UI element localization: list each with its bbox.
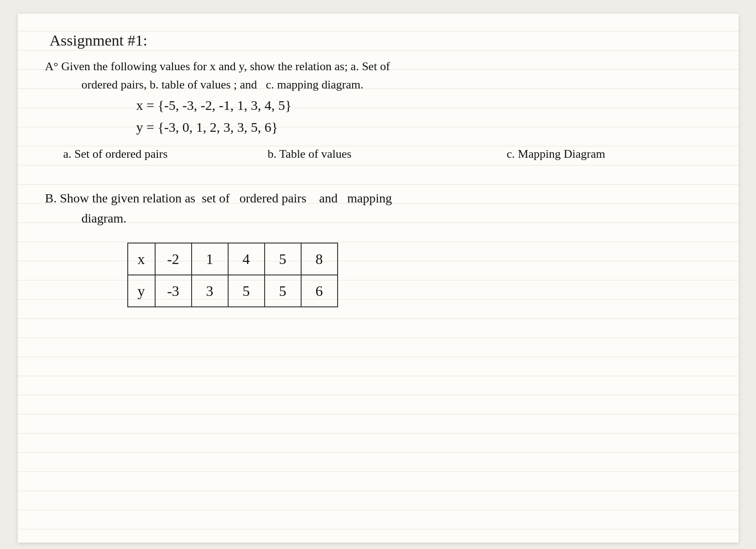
table-row-x: x -2 1 4 5 8 xyxy=(128,243,338,275)
x-values: x = {-5, -3, -2, -1, 1, 3, 4, 5} xyxy=(136,94,711,116)
y-values: y = {-3, 0, 1, 2, 3, 3, 5, 6} xyxy=(136,116,711,138)
sub-label-b: b. Table of values xyxy=(219,147,401,161)
table-cell-x-5: 8 xyxy=(301,243,338,275)
table-cell-x-3: 4 xyxy=(228,243,265,275)
table-cell-x-1: -2 xyxy=(155,243,192,275)
table-cell-y-header: y xyxy=(128,275,155,307)
table-cell-x-header: x xyxy=(128,243,155,275)
page: Assignment #1: A° Given the following va… xyxy=(18,14,739,543)
table-cell-y-4: 5 xyxy=(265,275,301,307)
section-b-title-line1: B. Show the given relation as set of ord… xyxy=(45,188,711,209)
table-cell-y-2: 3 xyxy=(192,275,228,307)
sub-label-c: c. Mapping Diagram xyxy=(401,147,711,161)
table-container: x -2 1 4 5 8 y -3 3 5 5 6 xyxy=(127,243,711,307)
table-cell-y-1: -3 xyxy=(155,275,192,307)
table-cell-y-3: 5 xyxy=(228,275,265,307)
values-table: x -2 1 4 5 8 y -3 3 5 5 6 xyxy=(127,243,338,307)
page-title: Assignment #1: xyxy=(50,32,711,49)
table-row-y: y -3 3 5 5 6 xyxy=(128,275,338,307)
sub-labels: a. Set of ordered pairs b. Table of valu… xyxy=(45,147,711,161)
section-b: B. Show the given relation as set of ord… xyxy=(45,188,711,308)
table-cell-x-2: 1 xyxy=(192,243,228,275)
section-b-title-line2: diagram. xyxy=(82,208,711,229)
section-a-problem: A° Given the following values for x and … xyxy=(45,57,711,76)
section-a-problem-line2: ordered pairs, b. table of values ; and … xyxy=(82,76,711,94)
table-cell-y-5: 6 xyxy=(301,275,338,307)
section-a: A° Given the following values for x and … xyxy=(45,57,711,161)
sub-label-a: a. Set of ordered pairs xyxy=(45,147,219,161)
section-a-text: A° Given the following values for x and … xyxy=(45,60,390,73)
table-cell-x-4: 5 xyxy=(265,243,301,275)
